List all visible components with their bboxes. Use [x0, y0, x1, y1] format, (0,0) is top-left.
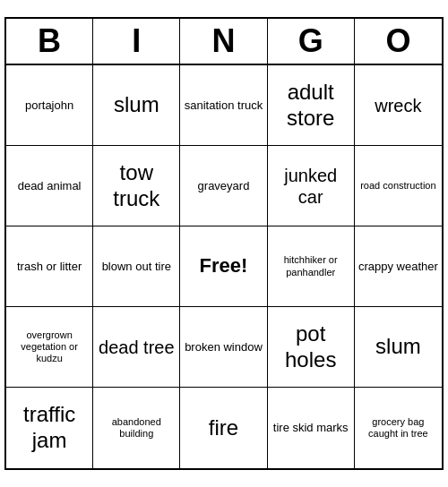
bingo-cell-8[interactable]: junked car [268, 146, 355, 226]
bingo-card: BINGO portajohnslumsanitation truckadult… [4, 17, 444, 470]
bingo-cell-12[interactable]: Free! [180, 226, 267, 307]
bingo-cell-2[interactable]: sanitation truck [180, 65, 267, 146]
header-letter: B [6, 19, 93, 64]
bingo-cell-13[interactable]: hitchhiker or panhandler [268, 226, 355, 307]
bingo-cell-19[interactable]: slum [355, 307, 442, 388]
bingo-cell-20[interactable]: traffic jam [6, 388, 93, 468]
header-letter: G [268, 19, 355, 64]
bingo-cell-7[interactable]: graveyard [180, 146, 267, 226]
bingo-cell-15[interactable]: overgrown vegetation or kudzu [6, 307, 93, 388]
bingo-cell-3[interactable]: adult store [268, 65, 355, 146]
bingo-cell-18[interactable]: pot holes [268, 307, 355, 388]
bingo-cell-16[interactable]: dead tree [93, 307, 180, 388]
bingo-cell-14[interactable]: crappy weather [355, 226, 442, 307]
bingo-cell-6[interactable]: tow truck [93, 146, 180, 226]
header-letter: O [355, 19, 442, 64]
bingo-cell-23[interactable]: tire skid marks [268, 388, 355, 468]
bingo-cell-0[interactable]: portajohn [6, 65, 93, 146]
bingo-cell-22[interactable]: fire [180, 388, 267, 468]
bingo-cell-10[interactable]: trash or litter [6, 226, 93, 307]
bingo-cell-11[interactable]: blown out tire [93, 226, 180, 307]
header-letter: N [180, 19, 267, 64]
bingo-cell-4[interactable]: wreck [355, 65, 442, 146]
bingo-cell-24[interactable]: grocery bag caught in tree [355, 388, 442, 468]
bingo-cell-1[interactable]: slum [93, 65, 180, 146]
bingo-cell-17[interactable]: broken window [180, 307, 267, 388]
bingo-cell-21[interactable]: abandoned building [93, 388, 180, 468]
header-letter: I [93, 19, 180, 64]
bingo-cell-5[interactable]: dead animal [6, 146, 93, 226]
bingo-header: BINGO [6, 19, 442, 65]
bingo-cell-9[interactable]: road construction [355, 146, 442, 226]
bingo-grid: portajohnslumsanitation truckadult store… [6, 65, 442, 468]
